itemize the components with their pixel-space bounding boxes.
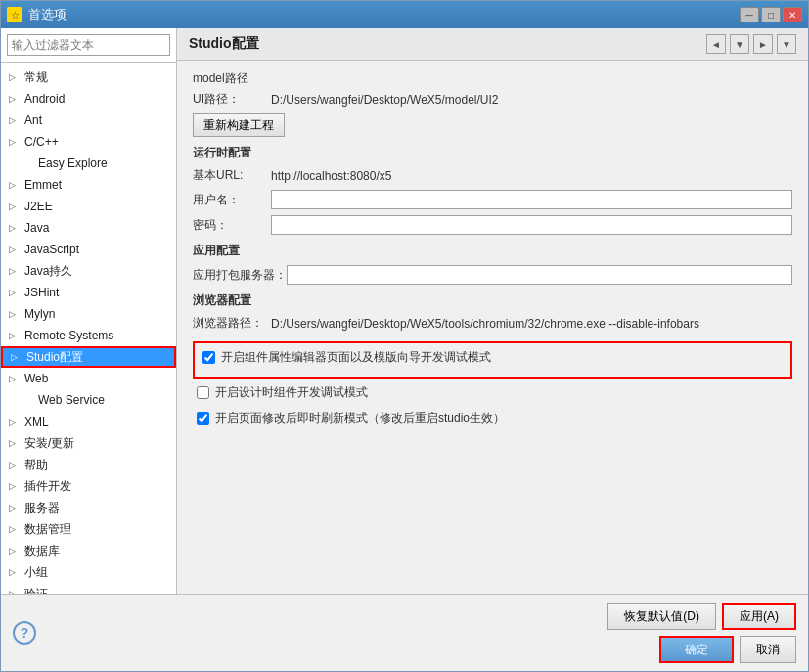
browser-path-label: 浏览器路径： xyxy=(193,315,271,332)
restore-defaults-button[interactable]: 恢复默认值(D) xyxy=(607,603,716,630)
main-content: ▷ 常规 ▷ Android ▷ Ant ▷ C/C++ Easy Ex xyxy=(1,28,808,594)
arrow-icon: ▷ xyxy=(9,567,22,577)
sidebar-item-java[interactable]: ▷ Java xyxy=(1,217,176,239)
arrow-icon: ▷ xyxy=(9,524,22,534)
checkbox2[interactable] xyxy=(197,386,209,399)
sidebar-item-server[interactable]: ▷ 服务器 xyxy=(1,497,176,518)
search-box xyxy=(1,28,176,63)
sidebar-item-remote-systems[interactable]: ▷ Remote Systems xyxy=(1,325,176,346)
sidebar-item-database[interactable]: ▷ 数据库 xyxy=(1,540,176,561)
browser-config-section: 浏览器配置 浏览器路径： D:/Users/wangfei/Desktop/We… xyxy=(193,292,792,332)
arrow-icon: ▷ xyxy=(9,503,22,513)
bottom-btn-row: 确定 取消 xyxy=(659,636,796,663)
apply-button[interactable]: 应用(A) xyxy=(722,603,796,630)
sidebar-item-general[interactable]: ▷ 常规 xyxy=(1,67,176,88)
sidebar-item-easy-explore[interactable]: Easy Explore xyxy=(1,153,176,174)
right-panel: Studio配置 ◄ ▼ ► ▼ model路径 UI路径： D:/Users/… xyxy=(177,28,808,594)
arrow-icon: ▷ xyxy=(9,245,22,254)
ui-path-row: UI路径： D:/Users/wangfei/Desktop/WeX5/mode… xyxy=(193,91,792,108)
titlebar: ☆ 首选项 ─ □ ✕ xyxy=(1,1,808,28)
username-label: 用户名： xyxy=(193,192,271,208)
app-server-row: 应用打包服务器： xyxy=(193,265,792,285)
app-config-title: 应用配置 xyxy=(193,243,792,259)
nav-forward-button[interactable]: ► xyxy=(753,34,773,54)
nav-dropdown2-button[interactable]: ▼ xyxy=(777,34,796,54)
arrow-icon: ▷ xyxy=(9,417,22,426)
panel-body: model路径 UI路径： D:/Users/wangfei/Desktop/W… xyxy=(177,61,808,594)
sidebar-item-java-persist[interactable]: ▷ Java持久 xyxy=(1,260,176,282)
app-server-input[interactable] xyxy=(287,265,792,285)
window-title: 首选项 xyxy=(28,6,740,23)
base-url-label: 基本URL: xyxy=(193,167,271,184)
checkbox1[interactable] xyxy=(202,351,215,364)
sidebar-item-web-service[interactable]: Web Service xyxy=(1,389,176,411)
password-label: 密码： xyxy=(193,217,271,234)
arrow-icon: ▷ xyxy=(9,374,22,383)
sidebar-item-javascript[interactable]: ▷ JavaScript xyxy=(1,239,176,260)
minimize-button[interactable]: ─ xyxy=(740,7,759,22)
sidebar-item-mylyn[interactable]: ▷ Mylyn xyxy=(1,303,176,325)
sidebar-item-studio-config[interactable]: ▷ Studio配置 xyxy=(1,346,176,368)
base-url-row: 基本URL: http://localhost:8080/x5 xyxy=(193,167,792,184)
model-path-label: model路径 xyxy=(193,70,792,87)
arrow-icon: ▷ xyxy=(9,115,22,125)
sidebar-item-emmet[interactable]: ▷ Emmet xyxy=(1,174,176,196)
sidebar-item-plugin-dev[interactable]: ▷ 插件开发 xyxy=(1,475,176,497)
runtime-section: 运行时配置 基本URL: http://localhost:8080/x5 用户… xyxy=(193,145,792,235)
arrow-icon: ▷ xyxy=(9,438,22,448)
arrow-icon: ▷ xyxy=(9,546,22,556)
bottom-buttons: 恢复默认值(D) 应用(A) 确定 取消 xyxy=(607,603,796,663)
maximize-button[interactable]: □ xyxy=(761,7,781,22)
username-input[interactable] xyxy=(271,190,792,209)
sidebar-item-android[interactable]: ▷ Android xyxy=(1,88,176,110)
ok-button[interactable]: 确定 xyxy=(659,636,734,663)
tree-container: ▷ 常规 ▷ Android ▷ Ant ▷ C/C++ Easy Ex xyxy=(1,63,176,594)
sidebar-item-cpp[interactable]: ▷ C/C++ xyxy=(1,131,176,153)
cancel-button[interactable]: 取消 xyxy=(740,636,796,663)
arrow-icon: ▷ xyxy=(11,352,24,362)
titlebar-buttons: ─ □ ✕ xyxy=(740,7,802,22)
runtime-section-title: 运行时配置 xyxy=(193,145,792,161)
rebuild-button[interactable]: 重新构建工程 xyxy=(193,113,285,137)
sidebar-item-install-update[interactable]: ▷ 安装/更新 xyxy=(1,432,176,454)
checkbox3[interactable] xyxy=(197,412,209,425)
nav-dropdown-button[interactable]: ▼ xyxy=(730,34,749,54)
browser-path-value: D:/Users/wangfei/Desktop/WeX5/tools/chro… xyxy=(271,317,699,331)
checkbox1-highlight: 开启组件属性编辑器页面以及模版向导开发调试模式 xyxy=(193,341,792,379)
arrow-icon: ▷ xyxy=(9,481,22,491)
sidebar-item-help[interactable]: ▷ 帮助 xyxy=(1,454,176,475)
sidebar-item-ant[interactable]: ▷ Ant xyxy=(1,110,176,131)
panel-header: Studio配置 ◄ ▼ ► ▼ xyxy=(177,28,808,61)
arrow-icon: ▷ xyxy=(9,202,22,211)
main-window: ☆ 首选项 ─ □ ✕ ▷ 常规 ▷ Android xyxy=(0,0,809,672)
search-input[interactable] xyxy=(7,34,170,56)
model-path-section: model路径 UI路径： D:/Users/wangfei/Desktop/W… xyxy=(193,70,792,137)
sidebar-item-data-mgmt[interactable]: ▷ 数据管理 xyxy=(1,518,176,540)
nav-back-button[interactable]: ◄ xyxy=(706,34,726,54)
checkbox1-row: 开启组件属性编辑器页面以及模版向导开发调试模式 xyxy=(199,347,787,368)
arrow-icon: ▷ xyxy=(9,288,22,297)
arrow-icon: ▷ xyxy=(9,223,22,233)
top-btn-row: 恢复默认值(D) 应用(A) xyxy=(607,603,796,630)
browser-config-title: 浏览器配置 xyxy=(193,292,792,309)
ui-path-label: UI路径： xyxy=(193,91,271,108)
sidebar-item-web[interactable]: ▷ Web xyxy=(1,368,176,389)
sidebar-item-verify[interactable]: ▷ 验证 xyxy=(1,583,176,594)
password-row: 密码： xyxy=(193,215,792,235)
sidebar-item-xml[interactable]: ▷ XML xyxy=(1,411,176,432)
password-input[interactable] xyxy=(271,215,792,235)
arrow-icon: ▷ xyxy=(9,72,22,82)
help-icon[interactable]: ? xyxy=(13,621,36,645)
browser-path-row: 浏览器路径： D:/Users/wangfei/Desktop/WeX5/too… xyxy=(193,315,792,332)
checkbox3-row: 开启页面修改后即时刷新模式（修改后重启studio生效） xyxy=(193,408,792,428)
arrow-icon: ▷ xyxy=(9,266,22,276)
checkbox1-label: 开启组件属性编辑器页面以及模版向导开发调试模式 xyxy=(221,349,491,366)
sidebar-item-j2ee[interactable]: ▷ J2EE xyxy=(1,196,176,217)
sidebar-item-jshint[interactable]: ▷ JSHint xyxy=(1,282,176,303)
arrow-icon: ▷ xyxy=(9,94,22,104)
arrow-icon: ▷ xyxy=(9,180,22,190)
window-icon: ☆ xyxy=(7,7,22,22)
panel-title: Studio配置 xyxy=(189,35,259,53)
close-button[interactable]: ✕ xyxy=(783,7,802,22)
sidebar-item-group[interactable]: ▷ 小组 xyxy=(1,561,176,583)
